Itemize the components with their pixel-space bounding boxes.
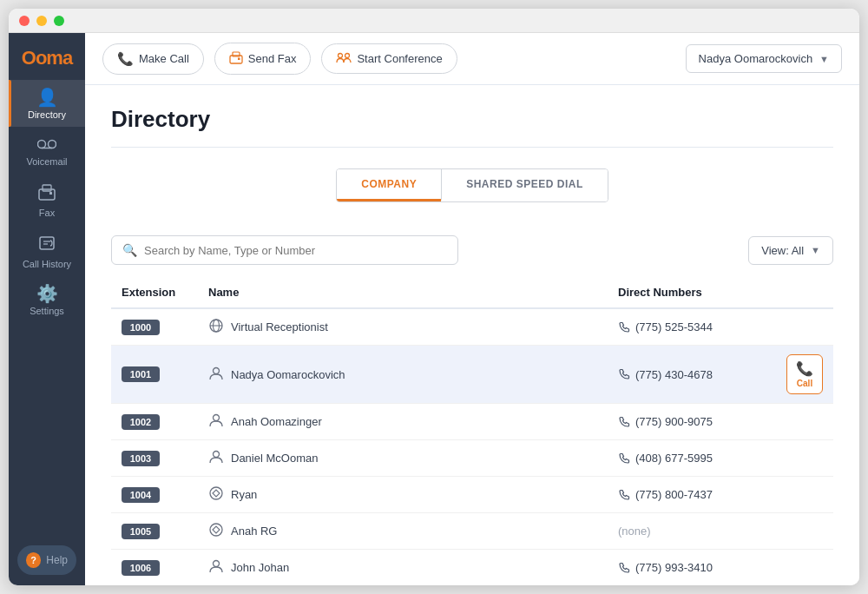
call-button[interactable]: 📞Call xyxy=(786,354,823,394)
extension-badge: 1006 xyxy=(122,560,160,576)
help-button[interactable]: ? Help xyxy=(17,545,76,575)
cell-direct-number: (775) 993-3410 xyxy=(608,550,833,586)
cell-extension: 1006 xyxy=(111,550,198,586)
cell-name: Nadya Oomarockovich xyxy=(198,346,608,404)
divider xyxy=(111,147,833,148)
contact-name: John Johan xyxy=(208,558,597,577)
cell-extension: 1003 xyxy=(111,440,198,477)
logo-text: Ooma xyxy=(22,47,72,69)
extension-badge: 1001 xyxy=(122,366,160,382)
table-row[interactable]: 1004Ryan (775) 800-7437 xyxy=(111,477,833,513)
search-box: 🔍 xyxy=(111,235,458,265)
sidebar-item-label: Settings xyxy=(30,306,64,316)
fax-icon xyxy=(37,182,56,204)
cell-extension: 1005 xyxy=(111,513,198,550)
contact-name: Anah Oomazinger xyxy=(208,412,597,431)
settings-icon: ⚙️ xyxy=(36,285,58,302)
extension-badge: 1004 xyxy=(122,487,160,503)
cell-name: Virtual Receptionist xyxy=(198,308,608,346)
sidebar: Ooma 👤 Directory Voicemail xyxy=(9,33,85,585)
contact-avatar-icon xyxy=(208,449,224,467)
top-bar: 📞 Make Call Send Fax xyxy=(85,33,859,85)
contact-name: Anah RG xyxy=(208,522,597,540)
contact-avatar-icon xyxy=(208,522,224,540)
contact-avatar-icon xyxy=(208,318,224,336)
maximize-button[interactable] xyxy=(54,16,64,26)
help-icon: ? xyxy=(26,552,41,568)
cell-name: Anah Oomazinger xyxy=(198,404,608,440)
start-conference-button[interactable]: Start Conference xyxy=(321,43,457,74)
contact-name-text: Daniel McOoman xyxy=(231,452,318,465)
contact-name: Virtual Receptionist xyxy=(208,318,597,336)
svg-point-0 xyxy=(38,141,46,148)
contact-name-text: Nadya Oomarockovich xyxy=(231,368,345,381)
direct-number: (775) 800-7437 xyxy=(618,488,823,501)
page-title: Directory xyxy=(111,106,833,133)
cell-extension: 1001 xyxy=(111,346,198,404)
extension-badge: 1002 xyxy=(122,414,160,430)
start-conference-label: Start Conference xyxy=(357,52,442,65)
send-fax-button[interactable]: Send Fax xyxy=(214,43,312,75)
direct-number: (775) 525-5344 xyxy=(618,320,823,333)
app-body: Ooma 👤 Directory Voicemail xyxy=(9,33,859,585)
sidebar-bottom: ? Help xyxy=(9,545,85,585)
chevron-down-icon: ▼ xyxy=(819,54,829,64)
cell-direct-number: (775) 525-5344 xyxy=(608,308,833,346)
sidebar-item-voicemail[interactable]: Voicemail xyxy=(9,127,85,174)
tab-shared-speed-dial[interactable]: SHARED SPEED DIAL xyxy=(441,169,608,201)
sidebar-item-label: Directory xyxy=(28,109,66,120)
cell-name: Daniel McOoman xyxy=(198,440,608,477)
table-row[interactable]: 1006John Johan (775) 993-3410 xyxy=(111,550,833,586)
make-call-button[interactable]: 📞 Make Call xyxy=(102,43,204,75)
col-name: Name xyxy=(198,279,608,308)
sidebar-item-fax[interactable]: Fax xyxy=(9,174,85,225)
tab-company[interactable]: COMPANY xyxy=(337,169,441,201)
help-label: Help xyxy=(46,554,68,566)
make-call-label: Make Call xyxy=(139,52,189,65)
svg-point-13 xyxy=(345,54,350,58)
call-history-icon xyxy=(37,234,56,255)
send-fax-label: Send Fax xyxy=(248,52,297,65)
table-header: Extension Name Direct Numbers xyxy=(111,279,833,308)
svg-point-17 xyxy=(214,367,220,373)
cell-direct-number: (775) 900-9075 xyxy=(608,404,833,440)
close-button[interactable] xyxy=(19,16,30,26)
no-number: (none) xyxy=(618,525,651,538)
contact-name: Ryan xyxy=(208,485,597,504)
directory-table: Extension Name Direct Numbers 1000Virtua… xyxy=(111,279,833,585)
conference-icon xyxy=(336,51,352,66)
directory-icon: 👤 xyxy=(36,89,58,106)
page-content: Directory COMPANY SHARED SPEED DIAL 🔍 Vi… xyxy=(85,85,859,585)
direct-number: (775) 430-4678 xyxy=(618,368,713,381)
table-row[interactable]: 1002Anah Oomazinger (775) 900-9075 xyxy=(111,404,833,440)
search-input[interactable] xyxy=(144,244,447,257)
direct-number: (775) 993-3410 xyxy=(618,561,823,574)
view-chevron-icon: ▼ xyxy=(811,245,820,255)
extension-badge: 1005 xyxy=(122,524,160,539)
table-row[interactable]: 1005Anah RG(none) xyxy=(111,513,833,550)
contact-avatar-icon xyxy=(208,558,224,577)
cell-name: Anah RG xyxy=(198,513,608,550)
cell-name: John Johan xyxy=(198,550,608,586)
extension-badge: 1000 xyxy=(122,320,160,335)
table-row[interactable]: 1001Nadya Oomarockovich (775) 430-4678📞C… xyxy=(111,346,833,404)
table-body: 1000Virtual Receptionist (775) 525-53441… xyxy=(111,308,833,585)
sidebar-item-label: Fax xyxy=(39,208,55,218)
cell-direct-number: (none) xyxy=(608,513,833,550)
call-phone-icon: 📞 xyxy=(796,360,813,377)
sidebar-item-label: Call History xyxy=(23,259,71,269)
minimize-button[interactable] xyxy=(36,16,47,26)
sidebar-item-directory[interactable]: 👤 Directory xyxy=(9,80,85,127)
user-dropdown[interactable]: Nadya Oomarockovich ▼ xyxy=(686,44,842,73)
svg-rect-5 xyxy=(49,192,52,195)
view-dropdown[interactable]: View: All ▼ xyxy=(748,236,833,265)
table-row[interactable]: 1003Daniel McOoman (408) 677-5995 xyxy=(111,440,833,477)
sidebar-item-settings[interactable]: ⚙️ Settings xyxy=(9,276,85,323)
svg-rect-11 xyxy=(238,58,240,61)
sidebar-item-call-history[interactable]: Call History xyxy=(9,225,85,276)
svg-point-19 xyxy=(214,452,220,458)
contact-name-text: Anah RG xyxy=(231,525,277,538)
cell-extension: 1002 xyxy=(111,404,198,440)
contact-name: Nadya Oomarockovich xyxy=(208,366,597,384)
table-row[interactable]: 1000Virtual Receptionist (775) 525-5344 xyxy=(111,308,833,346)
